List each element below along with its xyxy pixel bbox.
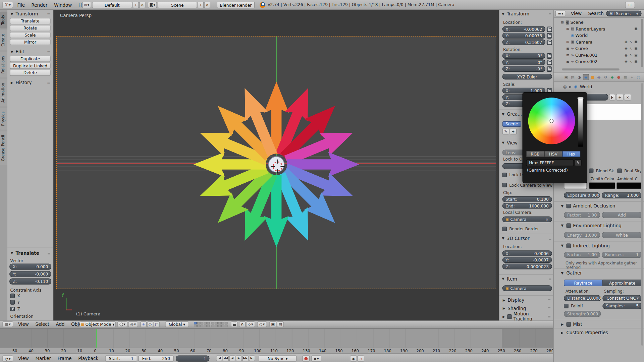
operator-field-z[interactable]: Z:-0.110 bbox=[9, 278, 51, 284]
tab-world-icon[interactable]: ◉ bbox=[583, 74, 589, 80]
operator-panel-header[interactable]: ▼ Translate ≡ bbox=[7, 250, 53, 257]
menu-file[interactable]: File bbox=[14, 0, 28, 10]
operator-field-x[interactable]: X:-0.000 bbox=[9, 263, 51, 269]
orientation-dropdown[interactable]: Global ▾ bbox=[165, 321, 189, 327]
clip-end-field[interactable]: End: 1000.000 bbox=[502, 203, 552, 208]
gather-strength-field[interactable]: Strength: 0.000 bbox=[564, 311, 601, 317]
menu-select[interactable]: Select bbox=[32, 321, 53, 327]
tool-button-duplicate[interactable]: Duplicate bbox=[10, 56, 50, 62]
ao-factor-slider[interactable]: Factor: 1.00 bbox=[564, 212, 600, 218]
constraint-axis-checkbox-y[interactable] bbox=[10, 300, 15, 304]
panel-header-motion-tracking[interactable]: ▶Motion Tracking≡ bbox=[501, 313, 552, 320]
panel-header-3d-cursor[interactable]: ▼ 3D Cursor ≡ bbox=[501, 236, 552, 241]
panel-header-shading[interactable]: ▶Shading≡ bbox=[501, 305, 552, 312]
falloff-checkbox[interactable] bbox=[564, 304, 568, 308]
lock-button[interactable] bbox=[547, 33, 552, 38]
clear-camera-icon[interactable]: × bbox=[545, 217, 549, 222]
layer-cell[interactable] bbox=[218, 324, 221, 327]
selectability-arrow-icon[interactable]: ↖ bbox=[630, 60, 632, 63]
layer-cell[interactable] bbox=[221, 322, 224, 324]
manipulator-rotate-icon[interactable]: ○ bbox=[147, 321, 153, 327]
toolshelf-tab-physics[interactable]: Physics bbox=[0, 108, 7, 130]
visibility-eye-icon[interactable]: ◉ bbox=[625, 47, 628, 50]
horizon-color-swatch[interactable] bbox=[564, 182, 587, 189]
tree-expander-icon[interactable]: ⊞ bbox=[566, 47, 570, 50]
layer-cell[interactable] bbox=[207, 322, 210, 324]
cursor-location-field-y[interactable]: Y:-0.0007 bbox=[502, 257, 552, 263]
menu-add[interactable]: Add bbox=[53, 321, 68, 327]
proportional-edit-dropdown[interactable]: ○▾ bbox=[257, 321, 267, 327]
unlink-world-button[interactable]: × bbox=[624, 94, 631, 101]
menu-render[interactable]: Render bbox=[28, 0, 51, 10]
lock-layers-icon[interactable] bbox=[231, 321, 237, 327]
end-frame-field[interactable]: End: 250 bbox=[139, 355, 174, 361]
tool-button-rotate[interactable]: Rotate bbox=[10, 25, 50, 31]
toolshelf-tab-grease-pencil[interactable]: Grease Pencil bbox=[0, 131, 7, 165]
tab-render-icon[interactable]: ▣ bbox=[563, 74, 569, 80]
scene-name-field[interactable]: Scene bbox=[158, 2, 197, 8]
renderability-camera-icon[interactable]: ▣ bbox=[634, 27, 637, 31]
visibility-eye-icon[interactable]: ◉ bbox=[625, 53, 628, 57]
menu-view[interactable]: View bbox=[568, 10, 585, 17]
gather-samples-field[interactable]: Samples: 5 bbox=[602, 303, 642, 309]
lock-button[interactable] bbox=[547, 66, 552, 72]
toolshelf-tab-tools[interactable]: Tools bbox=[0, 11, 7, 28]
layer-cell[interactable] bbox=[204, 324, 207, 327]
render-engine-dropdown[interactable]: Blender Render bbox=[217, 2, 255, 8]
outliner-editor-icon[interactable]: ≡▾ bbox=[555, 11, 566, 16]
fake-user-button[interactable]: F bbox=[609, 94, 615, 101]
lock-to-cursor-checkbox[interactable] bbox=[502, 173, 507, 177]
layer-cell[interactable] bbox=[215, 322, 218, 324]
properties-vscrollbar[interactable] bbox=[641, 83, 643, 346]
toolshelf-tab-relations[interactable]: Relations bbox=[0, 52, 7, 77]
pivot-point-dropdown[interactable]: ◎▾ bbox=[128, 321, 138, 327]
cursor-location-field-z[interactable]: Z:0.0000023 bbox=[502, 263, 552, 269]
hex-field[interactable]: Hex: FFFFFF bbox=[526, 160, 574, 166]
panel-header-edit[interactable]: ▼Edit≡ bbox=[7, 48, 53, 55]
lock-button[interactable] bbox=[547, 60, 552, 65]
tab-particles-icon[interactable]: ∗ bbox=[629, 74, 635, 80]
browse-icon[interactable]: ▶ bbox=[569, 85, 572, 88]
add-scene-button[interactable]: + bbox=[198, 2, 204, 8]
layer-cell[interactable] bbox=[194, 322, 197, 324]
screen-layout-field[interactable]: Default bbox=[92, 2, 132, 8]
grease-scene-button[interactable]: Scene bbox=[502, 121, 521, 127]
blend-sky-checkbox[interactable] bbox=[589, 169, 593, 173]
tab-scene-icon[interactable]: ◑ bbox=[576, 74, 582, 80]
menu-marker[interactable]: Marker bbox=[32, 354, 54, 362]
current-frame-field[interactable]: 1 bbox=[176, 355, 209, 361]
rotation-field-y[interactable]: Y:-0° bbox=[502, 59, 546, 65]
value-slider-handle[interactable] bbox=[578, 98, 584, 99]
layer-cell[interactable] bbox=[204, 322, 207, 324]
playback-jump-to-prev-keyframe-icon[interactable]: ◀◀ bbox=[223, 355, 229, 361]
range-slider[interactable]: Range: 1.000 bbox=[602, 192, 642, 198]
playback-play-icon[interactable]: ▶ bbox=[236, 355, 242, 361]
record-button[interactable] bbox=[302, 355, 310, 361]
lock-button[interactable] bbox=[547, 26, 552, 32]
env-energy-slider[interactable]: Energy: 1.000 bbox=[564, 232, 600, 238]
renderability-camera-icon[interactable]: ▣ bbox=[634, 40, 637, 44]
tab-material-icon[interactable]: ● bbox=[616, 74, 622, 80]
manipulator-scale-icon[interactable]: ▢ bbox=[154, 321, 160, 327]
item-name-field[interactable]: ▣ Camera bbox=[502, 285, 552, 291]
gather-sample-method-dropdown[interactable]: Constant QMC ▾ bbox=[602, 295, 642, 301]
selectability-arrow-icon[interactable]: ↖ bbox=[630, 47, 632, 50]
tab-object-icon[interactable]: ■ bbox=[589, 74, 595, 80]
outliner-vscrollbar[interactable] bbox=[641, 19, 643, 67]
timeline-editor-icon[interactable]: ◔▾ bbox=[2, 355, 13, 361]
render-opengl-icon[interactable]: ▣ bbox=[269, 321, 276, 327]
tab-texture-icon[interactable]: ▦ bbox=[622, 74, 628, 80]
viewport-editor-icon[interactable]: ■▾ bbox=[2, 321, 13, 327]
toolshelf-tab-create[interactable]: Create bbox=[0, 30, 7, 51]
layer-cell[interactable] bbox=[215, 324, 218, 327]
layer-cell[interactable] bbox=[218, 322, 221, 324]
panel-header-display[interactable]: ▶Display≡ bbox=[501, 297, 552, 304]
renderability-camera-icon[interactable]: ▣ bbox=[634, 47, 637, 50]
outliner-row-world[interactable]: ◉World bbox=[559, 32, 642, 39]
add-world-button[interactable]: + bbox=[616, 94, 624, 101]
add-layout-button[interactable]: + bbox=[133, 2, 139, 8]
layer-cell[interactable] bbox=[207, 324, 210, 327]
render-border-checkbox[interactable] bbox=[502, 227, 507, 231]
ambient-occlusion-checkbox[interactable] bbox=[567, 203, 571, 208]
tab-object-data-icon[interactable]: ◆ bbox=[609, 74, 615, 80]
